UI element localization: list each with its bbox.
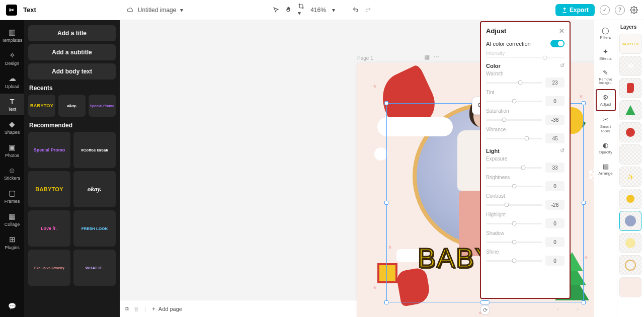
vibrance-slider[interactable] [486,138,542,139]
arrange-button[interactable]: ▤Arrange [596,159,616,179]
chevron-down-icon[interactable]: ▾ [332,7,335,14]
saturation-slider[interactable] [486,119,542,121]
rail-frames[interactable]: ▢Frames [0,185,24,207]
adjust-button[interactable]: ⚙Adjust [596,89,616,111]
page-more-icon[interactable]: ⋯ [434,53,440,60]
rail-label: Templates [2,38,22,43]
reset-light-icon[interactable]: ↺ [560,147,565,154]
layer-thumb[interactable] [619,255,641,275]
recommended-thumb[interactable]: WHAT IF.. [73,250,116,286]
gear-icon[interactable] [630,6,638,14]
add-title-button[interactable]: Add a title [28,25,116,41]
intensity-slider[interactable] [486,57,565,58]
ai-color-correction-toggle[interactable] [550,40,565,47]
resize-handle[interactable] [582,300,586,304]
resize-handle[interactable] [480,300,490,304]
contrast-value[interactable]: -26 [545,200,565,210]
add-body-text-button[interactable]: Add body text [28,63,116,80]
layer-thumb[interactable] [619,233,641,253]
close-icon[interactable]: ✕ [559,27,565,35]
rail-stickers[interactable]: ☺Stickers [0,163,24,184]
layer-thumb[interactable]: ❄ [619,56,641,76]
brightness-slider[interactable] [486,186,542,187]
vibrance-value[interactable]: 45 [545,133,565,143]
crop-tool-icon[interactable]: ▾ [298,3,304,17]
recent-thumb[interactable]: okay. [58,95,86,117]
exposure-slider[interactable] [486,167,542,169]
recommended-thumb[interactable]: okay. [73,171,116,207]
rail-photos[interactable]: ▣Photos [0,139,24,162]
recommended-thumb[interactable]: Special Promo [28,132,70,168]
layer-thumb[interactable] [619,78,641,98]
layer-thumb[interactable] [619,100,641,120]
rotate-handle[interactable]: ⟳ [480,305,490,315]
cursor-tool-icon[interactable] [273,7,279,13]
redo-icon[interactable] [365,7,371,13]
shine-value[interactable]: 0 [545,256,565,266]
smart-tools-button[interactable]: ✂Smart tools [596,112,616,137]
prev-page-icon[interactable]: ‹ [557,306,559,312]
rail-label: Shapes [5,130,20,135]
app-logo[interactable]: ✂ [6,5,17,16]
layer-thumb[interactable] [619,211,641,231]
filters-button[interactable]: ◯Filters [596,23,616,43]
add-subtitle-button[interactable]: Add a subtitle [28,44,116,60]
shadow-slider[interactable] [486,242,542,243]
rail-templates[interactable]: ▥Templates [0,24,24,46]
warmth-value[interactable]: 23 [545,77,565,88]
effects-button[interactable]: ✦Effects [596,44,616,64]
contrast-slider[interactable] [486,204,542,206]
add-page-button[interactable]: ＋ Add page [151,305,182,312]
resize-handle[interactable] [384,201,388,205]
recommended-thumb[interactable]: #Coffee Break [73,132,116,168]
recommended-thumb[interactable]: Love it . [28,210,70,247]
undo-icon[interactable] [352,7,359,13]
rail-collage[interactable]: ▦Collage [0,208,24,230]
highlight-slider[interactable] [486,223,542,224]
exposure-value[interactable]: 33 [545,163,565,173]
shine-slider[interactable] [486,260,542,262]
resize-handle[interactable] [384,300,388,304]
recent-thumb[interactable]: BABYTOY [28,95,55,117]
rail-design[interactable]: ✧Design [0,47,24,69]
rail-chat-icon[interactable]: 💬 [8,302,16,317]
highlight-value[interactable]: 0 [545,218,565,228]
duplicate-page-icon[interactable]: ⧉ [125,305,129,312]
remove-bg-button[interactable]: ✎Remove backgr... [596,65,616,88]
hand-tool-icon[interactable] [285,7,292,13]
rail-shapes[interactable]: ◆Shapes [0,116,24,138]
layer-thumb[interactable] [619,277,641,297]
tint-slider[interactable] [486,101,542,102]
layer-thumb[interactable]: ✨ [619,167,641,187]
layer-thumb[interactable] [619,122,641,142]
layer-thumb[interactable]: BABYTOY [619,34,641,54]
resize-handle[interactable] [582,201,586,205]
tint-value[interactable]: 0 [545,96,565,106]
recent-thumb[interactable]: Special Promo [89,95,116,117]
rail-upload[interactable]: ☁Upload [0,70,24,93]
delete-page-icon[interactable]: 🗑 [134,306,139,312]
help-icon[interactable]: ? [615,5,625,15]
warmth-label: Warmth [486,71,565,76]
resize-handle[interactable] [384,101,388,105]
saturation-value[interactable]: -36 [545,115,565,125]
shield-icon[interactable]: ✓ [600,5,610,15]
document-title-group[interactable]: Untitled image ▾ [127,7,184,14]
layer-thumb[interactable] [619,189,641,209]
brightness-value[interactable]: 0 [545,181,565,191]
rail-plugins[interactable]: ⊞Plugins [0,231,24,254]
grid-toggle-icon[interactable]: ▦ [424,53,430,60]
warmth-slider[interactable] [486,82,542,84]
shadow-value[interactable]: 0 [545,237,565,247]
rail-text[interactable]: TText [0,94,24,115]
layer-thumb[interactable] [619,144,641,165]
next-page-icon[interactable]: › [577,306,579,312]
zoom-level[interactable]: 416% [310,7,326,14]
opacity-button[interactable]: ◐Opacity [596,138,616,158]
reset-color-icon[interactable]: ↺ [560,62,565,69]
recommended-thumb[interactable]: BABYTOY [28,171,70,207]
recommended-thumb[interactable]: FRESH LOOK [73,210,116,247]
export-button[interactable]: Export [555,4,595,16]
recommended-thumb[interactable]: Exclusive Jewelry [28,250,70,286]
resize-handle[interactable] [582,101,586,105]
